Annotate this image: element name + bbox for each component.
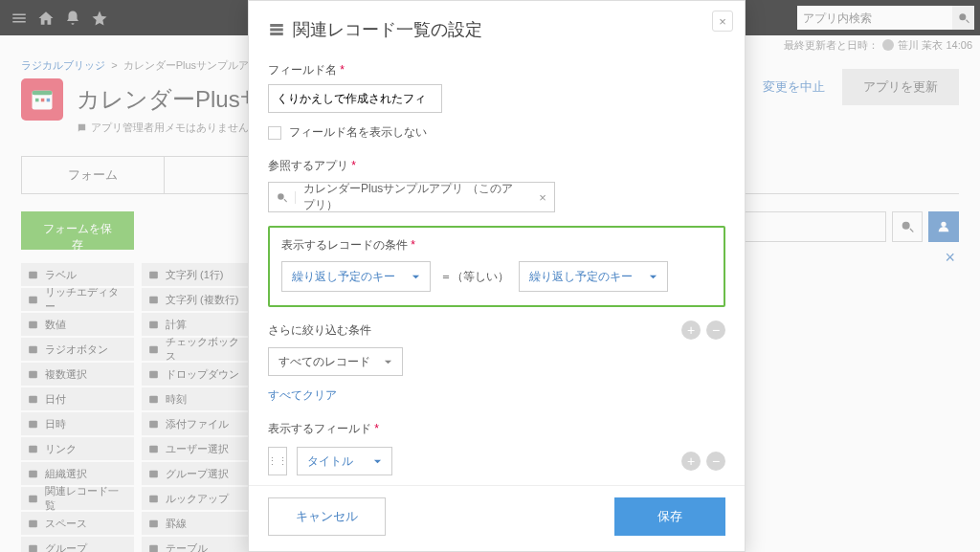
svg-rect-34 bbox=[270, 29, 283, 32]
modal-cancel-button[interactable]: キャンセル bbox=[268, 497, 386, 536]
svg-rect-35 bbox=[270, 33, 283, 35]
condition-label: 表示するレコードの条件 bbox=[281, 238, 408, 252]
drag-handle[interactable]: ⋮⋮ bbox=[268, 447, 287, 475]
display-field-select[interactable]: タイトル bbox=[297, 447, 392, 475]
modal-title: 関連レコード一覧の設定 bbox=[293, 18, 482, 41]
field-name-input[interactable] bbox=[268, 84, 442, 113]
related-records-settings-modal: 関連レコード一覧の設定 × フィールド名 * フィールド名を表示しない 参照する… bbox=[248, 0, 746, 552]
required-mark: * bbox=[411, 238, 415, 252]
field-remove-button[interactable]: − bbox=[706, 452, 725, 471]
ref-app-select[interactable]: カレンダーPlusサンプルアプリ （このアプリ） × bbox=[268, 182, 555, 212]
filter-add-button[interactable]: + bbox=[681, 320, 701, 340]
condition-right-select[interactable]: 繰り返し予定のキー bbox=[519, 261, 668, 292]
condition-operator: ＝（等しい） bbox=[440, 269, 509, 285]
clear-all-link[interactable]: すべてクリア bbox=[268, 387, 725, 404]
search-icon bbox=[269, 191, 296, 204]
condition-left-select[interactable]: 繰り返し予定のキー bbox=[281, 261, 431, 292]
required-mark: * bbox=[340, 63, 345, 77]
field-name-label: フィールド名 bbox=[268, 63, 337, 77]
ref-app-value: カレンダーPlusサンプルアプリ （このアプリ） bbox=[296, 181, 531, 213]
hide-field-name-label: フィールド名を表示しない bbox=[289, 124, 427, 141]
field-add-button[interactable]: + bbox=[681, 452, 701, 471]
filter-select[interactable]: すべてのレコード bbox=[268, 347, 403, 376]
filter-label: さらに絞り込む条件 bbox=[268, 322, 371, 339]
display-fields-label: 表示するフィールド bbox=[268, 422, 371, 435]
ref-app-clear[interactable]: × bbox=[531, 190, 554, 205]
required-mark: * bbox=[351, 159, 356, 172]
ref-app-label: 参照するアプリ bbox=[268, 159, 348, 172]
related-records-icon bbox=[268, 21, 285, 38]
required-mark: * bbox=[374, 422, 379, 435]
filter-remove-button[interactable]: − bbox=[706, 320, 725, 340]
modal-close-button[interactable]: × bbox=[712, 11, 733, 32]
hide-field-name-checkbox[interactable]: フィールド名を表示しない bbox=[268, 124, 725, 141]
modal-save-button[interactable]: 保存 bbox=[614, 497, 725, 536]
display-field-row: ⋮⋮ タイトル +− bbox=[268, 447, 725, 475]
svg-rect-33 bbox=[270, 24, 283, 27]
